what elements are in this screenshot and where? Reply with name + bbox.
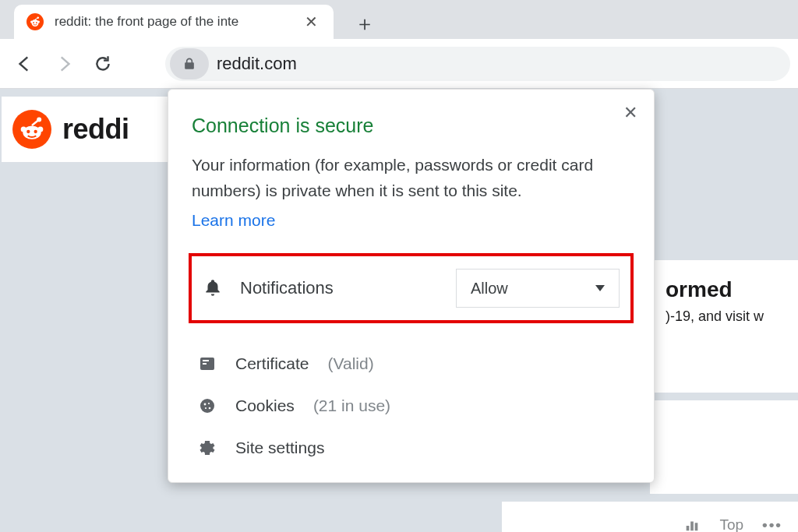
certificate-label: Certificate bbox=[235, 354, 309, 373]
site-settings-label: Site settings bbox=[235, 439, 324, 457]
sort-bar: Top ••• bbox=[502, 502, 798, 532]
svg-rect-16 bbox=[203, 363, 207, 365]
notifications-permission-row: Notifications Allow bbox=[189, 253, 634, 323]
new-tab-button[interactable]: ＋ bbox=[349, 8, 380, 39]
dropdown-caret-icon bbox=[595, 285, 605, 291]
tab-title: reddit: the front page of the inte bbox=[55, 14, 291, 30]
svg-point-9 bbox=[21, 127, 26, 132]
info-card: ormed )-19, and visit w bbox=[650, 260, 798, 393]
svg-point-20 bbox=[209, 407, 211, 410]
tab-close-icon[interactable]: ✕ bbox=[302, 12, 321, 31]
site-info-list: Certificate (Valid) Cookies (21 in use) … bbox=[192, 354, 630, 457]
cookie-icon bbox=[198, 396, 217, 415]
cookies-row[interactable]: Cookies (21 in use) bbox=[198, 396, 630, 415]
reddit-logo-icon bbox=[12, 110, 51, 149]
svg-point-5 bbox=[33, 22, 34, 23]
reddit-wordmark: reddi bbox=[62, 113, 129, 146]
svg-point-3 bbox=[37, 21, 40, 23]
svg-point-17 bbox=[200, 399, 214, 413]
certificate-icon bbox=[198, 354, 217, 373]
side-card bbox=[650, 400, 798, 494]
browser-toolbar: reddit.com bbox=[0, 39, 798, 89]
back-button[interactable] bbox=[8, 47, 42, 81]
svg-point-10 bbox=[37, 127, 43, 132]
certificate-status: (Valid) bbox=[328, 354, 374, 373]
reddit-favicon-icon bbox=[26, 13, 44, 30]
svg-point-6 bbox=[36, 22, 37, 23]
svg-point-2 bbox=[30, 21, 33, 23]
svg-rect-15 bbox=[203, 360, 209, 361]
site-info-popover: ✕ Connection is secure Your information … bbox=[168, 89, 655, 483]
cookies-status: (21 in use) bbox=[313, 396, 390, 415]
cookies-label: Cookies bbox=[235, 396, 295, 415]
svg-point-21 bbox=[205, 407, 207, 409]
svg-point-1 bbox=[32, 19, 39, 26]
svg-point-19 bbox=[208, 403, 210, 404]
connection-description: Your information (for example, passwords… bbox=[192, 153, 630, 203]
svg-point-13 bbox=[34, 130, 37, 133]
top-sort-label[interactable]: Top bbox=[719, 516, 743, 532]
info-card-heading: ormed bbox=[666, 277, 790, 302]
more-options-icon[interactable]: ••• bbox=[762, 516, 782, 532]
connection-secure-heading: Connection is secure bbox=[192, 115, 630, 137]
certificate-row[interactable]: Certificate (Valid) bbox=[198, 354, 630, 373]
top-sort-icon[interactable] bbox=[683, 516, 701, 532]
notifications-label: Notifications bbox=[240, 278, 439, 298]
svg-point-18 bbox=[204, 403, 207, 406]
site-settings-row[interactable]: Site settings bbox=[198, 439, 630, 457]
site-info-button[interactable] bbox=[170, 48, 209, 79]
reload-button[interactable] bbox=[86, 47, 120, 81]
url-text: reddit.com bbox=[217, 54, 784, 74]
gear-icon bbox=[198, 439, 217, 457]
notifications-permission-select[interactable]: Allow bbox=[456, 269, 620, 308]
browser-tab[interactable]: reddit: the front page of the inte ✕ bbox=[14, 5, 334, 39]
notifications-permission-value: Allow bbox=[471, 280, 508, 298]
forward-button[interactable] bbox=[47, 47, 81, 81]
browser-tab-bar: reddit: the front page of the inte ✕ ＋ bbox=[0, 0, 798, 39]
popover-close-button[interactable]: ✕ bbox=[620, 102, 641, 124]
info-card-body: )-19, and visit w bbox=[666, 308, 790, 325]
reddit-header: reddi bbox=[2, 97, 169, 162]
learn-more-link[interactable]: Learn more bbox=[192, 211, 275, 230]
bell-icon bbox=[203, 278, 223, 298]
svg-point-12 bbox=[26, 130, 30, 133]
address-bar[interactable]: reddit.com bbox=[165, 47, 790, 81]
svg-rect-14 bbox=[200, 358, 214, 370]
